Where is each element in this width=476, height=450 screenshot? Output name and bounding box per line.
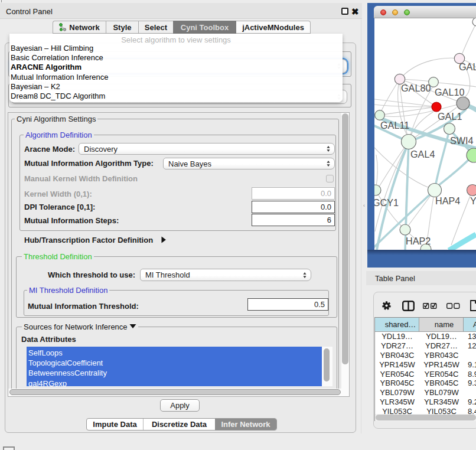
svg-text:HAP2: HAP2 xyxy=(406,236,431,246)
svg-text:HAP4: HAP4 xyxy=(435,195,460,206)
svg-text:Y: Y xyxy=(470,195,476,206)
svg-text:GAL11: GAL11 xyxy=(380,120,409,131)
svg-text:GAL4: GAL4 xyxy=(410,149,435,159)
svg-text:GAL1: GAL1 xyxy=(438,111,462,122)
svg-text:GAL80: GAL80 xyxy=(401,83,431,93)
svg-text:GCY1: GCY1 xyxy=(374,197,399,208)
svg-text:SWI4: SWI4 xyxy=(450,135,474,146)
svg-text:GAL10: GAL10 xyxy=(435,87,464,97)
svg-text:GAL: GAL xyxy=(459,61,476,72)
